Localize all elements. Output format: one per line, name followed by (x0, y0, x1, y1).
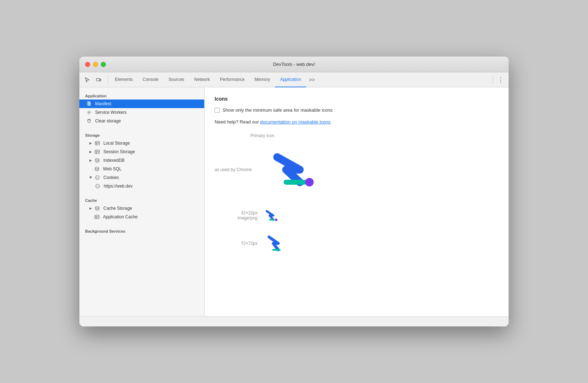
app-cache-table-icon (94, 214, 100, 219)
sidebar-item-cache-storage[interactable]: ▶ Cache Storage (79, 204, 204, 213)
help-text: Need help? Read our documentation on mas… (215, 119, 499, 125)
toolbar-right: ⋮ (490, 75, 506, 85)
tab-memory[interactable]: Memory (250, 72, 275, 87)
svg-rect-8 (95, 150, 99, 154)
sidebar-item-cookies-webdev[interactable]: https://web.dev (79, 182, 204, 190)
tab-network[interactable]: Network (189, 72, 215, 87)
gear-icon (87, 110, 92, 115)
sidebar-item-clear-storage[interactable]: Clear storage (79, 117, 204, 125)
svg-point-22 (95, 207, 99, 208)
primary-icon-section: Primary icon as used by Chrome (215, 133, 499, 198)
window-title: DevTools - web.dev/ (273, 62, 315, 67)
tab-sources[interactable]: Sources (163, 72, 189, 87)
expand-indexeddb-icon: ▶ (89, 159, 92, 162)
kebab-menu-button[interactable]: ⋮ (496, 75, 506, 85)
session-storage-label: Session Storage (103, 149, 135, 154)
expand-session-storage-icon: ▶ (89, 150, 92, 154)
devtools-window: DevTools - web.dev/ Elements Console So (79, 57, 509, 326)
table-icon (95, 141, 101, 146)
icon-32-type: image/png (215, 215, 258, 220)
cookies-label: Cookies (103, 175, 119, 180)
content-pane: Icons Show only the minimum safe area fo… (205, 87, 509, 316)
cache-section-label: Cache (79, 195, 204, 204)
service-workers-label: Service Workers (95, 110, 127, 115)
sidebar-item-app-cache[interactable]: Application Cache (79, 213, 204, 221)
svg-rect-1 (100, 79, 101, 81)
db-icon-websql (94, 166, 100, 171)
close-button[interactable] (85, 62, 90, 67)
toolbar: Elements Console Sources Network Perform… (79, 72, 509, 87)
background-section-label: Background Services (79, 226, 204, 235)
sidebar-item-local-storage[interactable]: ▶ Local Storage (79, 139, 204, 147)
expand-cookies-icon: ▶ (89, 176, 93, 179)
manifest-label: Manifest (95, 101, 111, 106)
help-link[interactable]: documentation on maskable icons (260, 119, 330, 125)
indexeddb-label: IndexedDB (103, 158, 124, 163)
svg-point-15 (96, 177, 97, 178)
cursor-icon[interactable] (82, 75, 92, 85)
svg-rect-4 (95, 141, 99, 145)
tab-performance[interactable]: Performance (215, 72, 250, 87)
svg-point-18 (96, 184, 100, 188)
maskable-checkbox-label: Show only the minimum safe area for mask… (222, 107, 333, 113)
maximize-button[interactable] (101, 62, 106, 67)
sidebar: Application Manifest (79, 87, 205, 316)
table-icon-session (95, 149, 101, 154)
icon-32-meta: 32×32px image/png (215, 210, 258, 220)
svg-rect-23 (95, 215, 99, 219)
toolbar-icons (82, 75, 108, 85)
svg-point-16 (97, 178, 98, 179)
svg-point-13 (95, 167, 99, 169)
sidebar-item-service-workers[interactable]: Service Workers (79, 108, 204, 117)
cache-storage-label: Cache Storage (103, 206, 132, 211)
icon-32-row: 32×32px image/png (215, 207, 499, 224)
responsive-icon[interactable] (94, 75, 104, 85)
svg-point-12 (95, 159, 99, 160)
maskable-checkbox[interactable] (215, 108, 220, 113)
expand-local-storage-icon: ▶ (89, 141, 92, 145)
tab-application[interactable]: Application (275, 72, 306, 87)
icon-72-preview (263, 231, 289, 256)
application-section-label: Application (79, 90, 204, 100)
main-content: Application Manifest (79, 87, 509, 316)
as-used-label: as used by Chrome (215, 167, 258, 172)
minimize-button[interactable] (93, 62, 98, 67)
local-storage-label: Local Storage (103, 141, 130, 146)
svg-point-14 (95, 176, 99, 180)
clear-storage-label: Clear storage (95, 118, 121, 123)
tab-console[interactable]: Console (138, 72, 163, 87)
cookies-icon (95, 175, 101, 180)
sidebar-item-indexeddb[interactable]: ▶ IndexedDB (79, 156, 204, 165)
svg-point-3 (88, 112, 90, 113)
cookies-webdev-label: https://web.dev (104, 184, 133, 189)
web-sql-label: Web SQL (103, 166, 122, 171)
svg-point-27 (305, 178, 314, 186)
svg-point-17 (98, 176, 98, 177)
primary-icon-preview (265, 141, 322, 198)
storage-section-label: Storage (79, 130, 204, 139)
icon-72-row: 72×72px (215, 231, 499, 256)
more-tabs-button[interactable]: >> (306, 72, 318, 87)
icon-72-size: 72×72px (215, 241, 258, 246)
svg-rect-0 (97, 78, 100, 81)
icon-32-preview (263, 207, 280, 224)
maskable-checkbox-row: Show only the minimum safe area for mask… (215, 107, 499, 113)
sidebar-item-cookies[interactable]: ▶ Cookies (79, 173, 204, 182)
expand-cache-storage-icon: ▶ (89, 207, 92, 210)
traffic-lights (85, 62, 106, 67)
sidebar-item-manifest[interactable]: Manifest (79, 100, 204, 108)
help-text-before: Need help? Read our (215, 119, 260, 125)
svg-point-20 (98, 186, 98, 187)
svg-point-21 (98, 185, 99, 186)
sidebar-item-session-storage[interactable]: ▶ Session Storage (79, 147, 204, 156)
title-bar: DevTools - web.dev/ (79, 57, 509, 72)
icon-72-meta: 72×72px (215, 241, 258, 246)
help-text-after: . (330, 119, 332, 125)
bottom-bar (79, 316, 509, 326)
svg-point-28 (275, 219, 278, 221)
app-cache-label: Application Cache (103, 214, 138, 219)
icons-heading: Icons (215, 96, 499, 102)
sidebar-item-web-sql[interactable]: Web SQL (79, 165, 204, 173)
tab-elements[interactable]: Elements (110, 72, 138, 87)
cookie-item-icon (95, 184, 101, 189)
